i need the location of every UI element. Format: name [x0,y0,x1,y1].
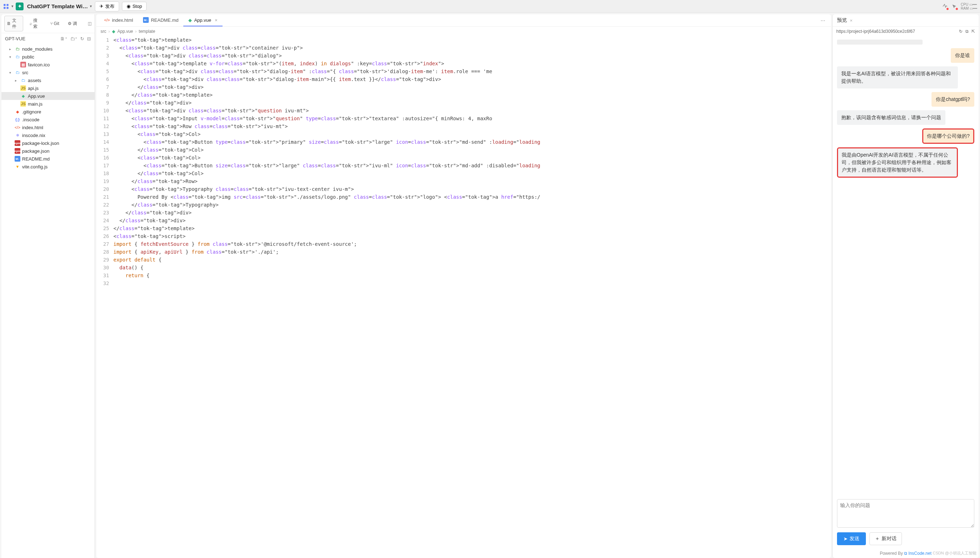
sidebar-tab-search[interactable]: ⌕ 搜索 [28,16,44,31]
collapse-icon[interactable]: ⊟ [87,36,91,41]
tree-item-inscode-nix[interactable]: ❄inscode.nix [2,131,95,139]
tree-item--gitignore[interactable]: ◆.gitignore [2,108,95,116]
new-folder-icon[interactable]: 🗀⁺ [70,36,77,41]
editor-tabs-menu-icon[interactable]: ⋯ [818,16,828,25]
preview-url: https://project-iprj64a613d30950ce2c6f67 [836,29,956,34]
tree-item--inscode[interactable]: {;}.inscode [2,116,95,123]
chat-message-left: 我是一名AI语言模型，被设计用来回答各种问题和提供帮助。 [837,66,958,89]
tree-item-main-js[interactable]: JSmain.js [2,100,95,108]
tree-item-assets[interactable]: ▸🗀assets [2,76,95,84]
svg-rect-2 [3,7,5,8]
git-branch-icon: ⑂ [50,21,53,26]
editor-tab-readme-md[interactable]: M↓README.md [138,14,183,26]
bug-icon: ⚙ [68,21,72,26]
close-icon[interactable]: × [850,18,853,23]
publish-label: 发布 [105,3,115,10]
chat-message-left: 抱歉，该问题含有敏感词信息，请换一个问题 [837,110,946,125]
tree-item-vite-config-js[interactable]: ▼vite.config.js [2,163,95,171]
breadcrumb: src› ◆App.vue› template [96,27,831,36]
new-chat-button[interactable]: ＋ 新对话 [869,532,902,545]
plus-icon: ＋ [875,535,880,542]
stop-icon: ◉ [127,3,131,9]
editor-tab-index-html[interactable]: </>index.html [99,15,138,26]
cursor-icon[interactable] [952,3,957,9]
watermark: CSDN @小胡说人工智能 [933,550,977,556]
tree-item-api-js[interactable]: JSapi.js [2,84,95,92]
chevron-down-icon[interactable]: ▾ [90,4,92,8]
send-icon: ➤ [843,536,848,542]
editor-tab-app-vue[interactable]: ◆App.vue× [183,15,222,26]
chatgpt-logo-icon: ✦ [16,3,23,10]
notification-icon[interactable] [942,3,948,9]
tree-item-public[interactable]: ▾🗀public [2,53,95,61]
file-icon: 🗎 [7,21,11,26]
chat-skeleton [837,39,923,44]
refresh-icon[interactable]: ↻ [80,36,84,41]
panel-toggle-icon[interactable]: ◫ [88,21,92,26]
project-name: GPT-VUE [5,36,25,41]
tree-item-package-json[interactable]: npmpackage.json [2,147,95,155]
sidebar-tab-file[interactable]: 🗎 文件 [4,16,23,31]
svg-rect-0 [3,4,5,6]
system-stats: CPU ▭━━ RAM ▭━━ [961,3,977,10]
tree-item-index-html[interactable]: </>index.html [2,123,95,131]
svg-rect-1 [7,4,8,6]
ide-logo-icon[interactable] [3,3,9,10]
tree-item-src[interactable]: ▾🗀src [2,69,95,76]
tree-item-package-lock-json[interactable]: npmpackage-lock.json [2,139,95,147]
sidebar-tab-debug[interactable]: ⚙ 调 [65,19,79,28]
stop-label: Stop [132,3,142,9]
svg-rect-3 [7,7,8,8]
chat-message-right: 你是chatgpt吗? [931,92,974,107]
preview-title: 预览 [837,17,847,23]
refresh-icon[interactable]: ↻ [959,29,962,34]
chat-message-left: 我是由OpenAI开发的AI语言模型，不属于任何公司，但我被许多公司和组织用于各… [837,147,958,178]
new-file-icon[interactable]: 🗎⁺ [60,36,67,41]
tree-item-readme-md[interactable]: M↓README.md [2,155,95,163]
search-icon: ⌕ [29,21,32,26]
popout-icon[interactable]: ⇱ [972,29,975,34]
open-external-icon[interactable]: ⧉ [965,29,969,34]
project-title: ChatGPT Template Wi… [27,3,88,9]
question-input[interactable] [837,499,974,528]
tree-item-app-vue[interactable]: ◆App.vue [2,92,95,100]
tree-item-node-modules[interactable]: ▸🗀node_modules [2,45,95,53]
stop-button[interactable]: ◉ Stop [122,2,147,11]
close-icon[interactable]: × [215,18,218,23]
chevron-down-icon[interactable]: ▾ [11,4,13,8]
tree-item-favicon-ico[interactable]: ▩favicon.ico [2,61,95,69]
send-button[interactable]: ➤ 发送 [837,532,866,545]
rocket-icon: ✈ [100,3,103,9]
chat-message-right: 你是谁 [951,48,974,63]
publish-button[interactable]: ✈ 发布 [95,2,119,11]
chat-message-right: 你是哪个公司做的? [922,128,974,144]
sidebar-tab-git[interactable]: ⑂ Git [48,20,61,28]
inscode-link[interactable]: InsCode.net [908,551,931,556]
